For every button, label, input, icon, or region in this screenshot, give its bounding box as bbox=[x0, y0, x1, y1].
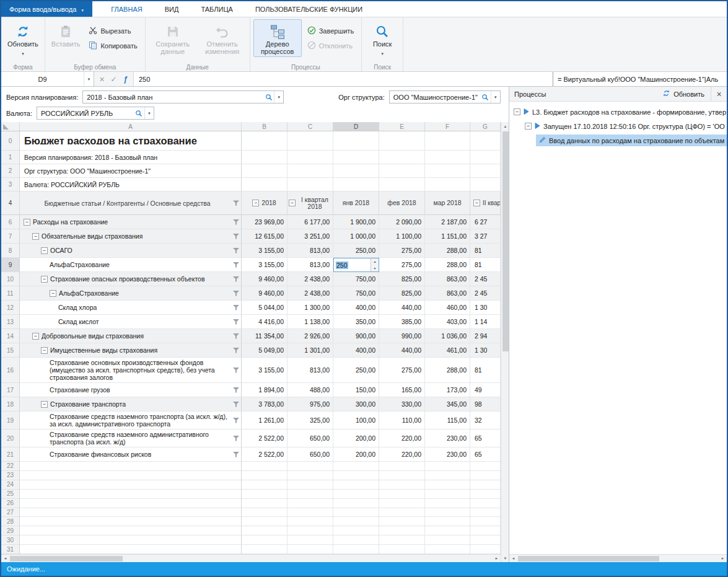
value-cell[interactable]: 9 460,00 bbox=[242, 272, 287, 286]
confirm-entry-icon[interactable] bbox=[108, 73, 120, 85]
value-cell[interactable]: 2 090,00 bbox=[379, 215, 425, 229]
collapse-icon[interactable] bbox=[525, 123, 532, 130]
value-cell[interactable]: 1 14 bbox=[470, 315, 501, 329]
value-cell[interactable]: 2 522,00 bbox=[242, 447, 287, 462]
value-cell[interactable]: 813,00 bbox=[287, 358, 333, 383]
value-cell[interactable]: 1 036,00 bbox=[425, 329, 470, 343]
spin-down-icon[interactable] bbox=[371, 265, 379, 272]
value-cell[interactable]: 3 155,00 bbox=[242, 244, 287, 258]
row-number[interactable]: 19 bbox=[1, 412, 20, 429]
filter-funnel-icon[interactable] bbox=[233, 262, 239, 268]
value-cell[interactable]: 2 187,00 bbox=[425, 215, 470, 229]
value-cell[interactable]: 173,00 bbox=[425, 383, 470, 397]
value-cell[interactable]: 65 bbox=[470, 447, 501, 462]
row-number[interactable]: 17 bbox=[1, 383, 20, 397]
value-cell[interactable]: 990,00 bbox=[379, 329, 425, 343]
chevron-down-icon[interactable] bbox=[144, 107, 154, 119]
chevron-down-icon[interactable] bbox=[491, 91, 500, 103]
scrollbar-thumb[interactable] bbox=[502, 131, 509, 351]
tab-view[interactable]: ВИД bbox=[154, 1, 190, 17]
value-cell[interactable]: 750,00 bbox=[333, 272, 379, 286]
filter-funnel-icon[interactable] bbox=[233, 401, 239, 407]
value-cell[interactable]: 2 926,00 bbox=[287, 329, 333, 343]
collapse-icon[interactable] bbox=[24, 219, 30, 226]
filter-funnel-icon[interactable] bbox=[233, 290, 239, 296]
value-cell[interactable]: 165,00 bbox=[379, 383, 425, 397]
value-cell[interactable]: 220,00 bbox=[379, 429, 425, 447]
value-cell[interactable]: 1 138,00 bbox=[287, 315, 333, 329]
function-icon[interactable] bbox=[120, 73, 131, 85]
header-cell-q2[interactable]: II квар 201 bbox=[470, 192, 501, 215]
filter-funnel-icon[interactable] bbox=[233, 387, 239, 393]
cancel-entry-icon[interactable] bbox=[96, 73, 108, 85]
value-cell[interactable]: 12 615,00 bbox=[242, 229, 287, 244]
value-cell[interactable]: 288,00 bbox=[425, 244, 470, 258]
cut-button[interactable]: Вырезать bbox=[84, 25, 141, 37]
value-cell[interactable]: 325,00 bbox=[287, 412, 333, 429]
filter-funnel-icon[interactable] bbox=[233, 333, 239, 339]
value-cell[interactable]: 110,00 bbox=[379, 412, 425, 429]
value-cell[interactable]: 275,00 bbox=[379, 244, 425, 258]
close-icon[interactable] bbox=[711, 87, 727, 101]
org-combo[interactable]: ООО "Машиностроение-1" bbox=[389, 90, 501, 104]
panel-horizontal-scrollbar[interactable] bbox=[509, 554, 727, 562]
row-number[interactable]: 6 bbox=[1, 215, 20, 229]
collapse-icon[interactable] bbox=[41, 276, 48, 283]
item-cell[interactable]: Страхование опасных производственных объ… bbox=[20, 272, 242, 286]
header-cell-q1[interactable]: I квартал 2018 bbox=[287, 192, 333, 215]
value-cell[interactable]: 3 155,00 bbox=[242, 258, 287, 272]
value-cell[interactable]: 863,00 bbox=[425, 286, 470, 301]
value-cell[interactable]: 1 30 bbox=[470, 343, 501, 358]
item-cell[interactable]: Имущественные виды страхования bbox=[20, 343, 242, 358]
process-tree-button[interactable]: Дерево процессов bbox=[253, 19, 302, 57]
search-icon[interactable] bbox=[480, 94, 491, 101]
value-cell[interactable]: 460,00 bbox=[425, 301, 470, 315]
row-number[interactable]: 22 bbox=[1, 462, 20, 471]
row-number[interactable]: 18 bbox=[1, 397, 20, 412]
value-cell[interactable]: 3 783,00 bbox=[242, 397, 287, 412]
value-cell[interactable]: 3 155,00 bbox=[242, 358, 287, 383]
complete-button[interactable]: Завершить bbox=[303, 25, 358, 37]
value-cell[interactable]: 6 177,00 bbox=[287, 215, 333, 229]
value-cell[interactable]: 350,00 bbox=[333, 315, 379, 329]
value-cell[interactable]: 5 049,00 bbox=[242, 343, 287, 358]
column-header-c[interactable]: C bbox=[287, 122, 333, 131]
value-cell[interactable]: 2 45 bbox=[470, 272, 501, 286]
filter-funnel-icon[interactable] bbox=[233, 435, 239, 441]
value-cell[interactable]: 330,00 bbox=[379, 397, 425, 412]
collapse-icon[interactable] bbox=[41, 401, 48, 408]
collapse-icon[interactable] bbox=[32, 333, 39, 340]
process-tree-item[interactable]: L3. Бюджет расходов на страхование - фор… bbox=[509, 105, 727, 119]
item-cell[interactable]: Склад хлора bbox=[20, 301, 242, 315]
value-cell[interactable]: 825,00 bbox=[379, 272, 425, 286]
collapse-icon[interactable] bbox=[252, 200, 259, 206]
value-cell[interactable]: 345,00 bbox=[425, 397, 470, 412]
value-cell[interactable]: 275,00 bbox=[379, 358, 425, 383]
value-cell[interactable]: 461,00 bbox=[425, 343, 470, 358]
row-number[interactable]: 14 bbox=[1, 329, 20, 343]
item-cell[interactable]: АльфаСтрахование bbox=[20, 258, 242, 272]
row-number[interactable]: 4 bbox=[1, 192, 20, 215]
value-cell[interactable]: 863,00 bbox=[425, 272, 470, 286]
value-cell[interactable]: 49 bbox=[470, 383, 501, 397]
row-number[interactable]: 8 bbox=[1, 244, 20, 258]
search-icon[interactable] bbox=[134, 110, 144, 117]
row-number[interactable]: 13 bbox=[1, 315, 20, 329]
process-tree-item-selected[interactable]: Ввод данных по расходам на страхование п… bbox=[509, 133, 727, 148]
collapse-icon[interactable] bbox=[50, 290, 56, 297]
header-cell-year[interactable]: 2018 bbox=[242, 192, 287, 215]
row-number[interactable]: 23 bbox=[1, 471, 20, 480]
chevron-down-icon[interactable] bbox=[274, 91, 283, 103]
item-cell[interactable]: Добровольные виды страхования bbox=[20, 329, 242, 343]
filter-funnel-icon[interactable] bbox=[233, 200, 239, 206]
value-cell[interactable]: 23 969,00 bbox=[242, 215, 287, 229]
value-cell[interactable]: 98 bbox=[470, 397, 501, 412]
row-number[interactable]: 1 bbox=[1, 151, 20, 164]
item-cell[interactable]: Страхование средств наземного администра… bbox=[20, 429, 242, 447]
row-number[interactable]: 0 bbox=[1, 131, 20, 151]
collapse-icon[interactable] bbox=[41, 247, 48, 254]
scroll-right-icon[interactable] bbox=[493, 555, 501, 562]
formula-input[interactable]: 250 bbox=[134, 72, 553, 86]
value-cell[interactable]: 403,00 bbox=[425, 315, 470, 329]
row-number[interactable]: 26 bbox=[1, 499, 20, 508]
